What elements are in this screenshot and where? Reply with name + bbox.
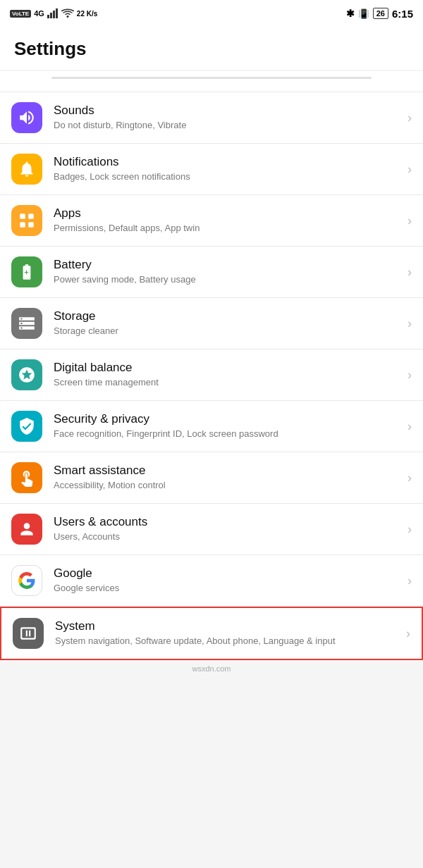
sounds-title: Sounds: [54, 104, 402, 118]
settings-item-users-accounts[interactable]: Users & accounts Users, Accounts ›: [0, 504, 423, 555]
smart-assistance-icon-wrapper: [11, 462, 42, 493]
settings-item-digital-balance[interactable]: Digital balance Screen time management ›: [0, 349, 423, 401]
battery-subtitle: Power saving mode, Battery usage: [54, 273, 402, 286]
notifications-icon-wrapper: [11, 154, 42, 185]
time-display: 6:15: [392, 8, 413, 20]
network-indicator: 4G: [34, 9, 44, 18]
battery-title: Battery: [54, 258, 402, 272]
system-subtitle: System navigation, Software update, Abou…: [55, 635, 400, 647]
storage-icon-wrapper: [11, 308, 42, 339]
settings-item-smart-assistance[interactable]: Smart assistance Accessibility, Motion c…: [0, 452, 423, 504]
battery-chevron: ›: [407, 265, 412, 280]
vibrate-icon: 📳: [358, 8, 369, 19]
settings-item-storage[interactable]: Storage Storage cleaner ›: [0, 298, 423, 349]
wifi-icon: [61, 8, 74, 18]
svg-rect-7: [20, 222, 25, 228]
security-subtitle: Face recognition, Fingerprint ID, Lock s…: [54, 428, 402, 440]
svg-point-4: [66, 16, 68, 18]
network-speed: 22 K/s: [77, 10, 97, 18]
smart-assistance-icon: [18, 469, 36, 487]
system-icon: [19, 624, 37, 643]
sound-icon: [18, 108, 36, 127]
settings-item-security[interactable]: Security & privacy Face recognition, Fin…: [0, 401, 423, 452]
system-text: System System navigation, Software updat…: [55, 619, 400, 647]
volte-indicator: VoLTE: [10, 10, 31, 18]
storage-title: Storage: [54, 309, 402, 323]
page-title: Settings: [14, 38, 409, 60]
battery-indicator: 26: [373, 8, 388, 19]
system-chevron: ›: [406, 626, 410, 641]
users-accounts-subtitle: Users, Accounts: [54, 531, 402, 543]
bluetooth-icon: ✱: [346, 8, 355, 19]
google-subtitle: Google services: [54, 582, 402, 595]
settings-item-google[interactable]: Google Google services ›: [0, 555, 423, 607]
status-right: ✱ 📳 26 6:15: [346, 8, 413, 20]
sounds-icon-wrapper: [11, 102, 42, 133]
notification-icon: [18, 160, 36, 178]
google-text: Google Google services: [54, 566, 402, 595]
sounds-text: Sounds Do not disturb, Ringtone, Vibrate: [54, 104, 402, 132]
sounds-chevron: ›: [407, 111, 412, 125]
google-chevron: ›: [407, 574, 412, 588]
system-title: System: [55, 619, 400, 633]
users-accounts-text: Users & accounts Users, Accounts: [54, 515, 402, 543]
security-icon-wrapper: [11, 411, 42, 442]
google-title: Google: [54, 566, 402, 581]
storage-chevron: ›: [407, 316, 412, 331]
storage-text: Storage Storage cleaner: [54, 309, 402, 337]
signal-icon: [47, 8, 59, 18]
notifications-subtitle: Badges, Lock screen notifications: [54, 170, 402, 183]
page-header: Settings: [0, 25, 423, 70]
digital-balance-subtitle: Screen time management: [54, 376, 402, 389]
storage-icon: [18, 314, 36, 333]
svg-rect-8: [28, 222, 34, 228]
svg-rect-1: [50, 13, 52, 18]
settings-item-notifications[interactable]: Notifications Badges, Lock screen notifi…: [0, 144, 423, 195]
battery-icon: [18, 263, 36, 281]
settings-list: Sounds Do not disturb, Ringtone, Vibrate…: [0, 71, 423, 660]
status-bar: VoLTE 4G 22 K/s ✱ 📳 26 6:15: [0, 0, 423, 25]
battery-icon-wrapper: [11, 256, 42, 287]
settings-item-apps[interactable]: Apps Permissions, Default apps, App twin…: [0, 195, 423, 247]
settings-item-sounds[interactable]: Sounds Do not disturb, Ringtone, Vibrate…: [0, 92, 423, 144]
smart-assistance-chevron: ›: [407, 471, 412, 485]
storage-subtitle: Storage cleaner: [54, 325, 402, 337]
users-icon-wrapper: [11, 514, 42, 545]
sounds-subtitle: Do not disturb, Ringtone, Vibrate: [54, 119, 402, 132]
notifications-chevron: ›: [407, 162, 412, 177]
watermark: wsxdn.com: [0, 660, 423, 677]
svg-rect-6: [28, 213, 34, 219]
smart-assistance-title: Smart assistance: [54, 464, 402, 478]
svg-rect-5: [20, 213, 25, 219]
google-icon: [18, 571, 36, 590]
security-text: Security & privacy Face recognition, Fin…: [54, 412, 402, 440]
system-icon-wrapper: [13, 618, 44, 649]
notifications-title: Notifications: [54, 155, 402, 169]
security-title: Security & privacy: [54, 412, 402, 426]
users-accounts-chevron: ›: [407, 522, 412, 537]
apps-subtitle: Permissions, Default apps, App twin: [54, 222, 402, 235]
apps-icon-wrapper: [11, 205, 42, 236]
settings-item-battery[interactable]: Battery Power saving mode, Battery usage…: [0, 247, 423, 298]
notifications-text: Notifications Badges, Lock screen notifi…: [54, 155, 402, 183]
smart-assistance-subtitle: Accessibility, Motion control: [54, 479, 402, 492]
digital-balance-chevron: ›: [407, 368, 412, 383]
battery-text: Battery Power saving mode, Battery usage: [54, 258, 402, 286]
svg-rect-3: [56, 8, 58, 18]
svg-rect-0: [47, 15, 49, 18]
google-icon-wrapper: [11, 565, 42, 596]
apps-chevron: ›: [407, 213, 412, 228]
digital-balance-title: Digital balance: [54, 361, 402, 375]
users-accounts-title: Users & accounts: [54, 515, 402, 529]
apps-icon: [18, 211, 36, 230]
smart-assistance-text: Smart assistance Accessibility, Motion c…: [54, 464, 402, 492]
status-left: VoLTE 4G 22 K/s: [10, 8, 97, 18]
users-icon: [18, 520, 36, 538]
svg-rect-2: [53, 11, 55, 18]
security-chevron: ›: [407, 419, 412, 434]
settings-item-system[interactable]: System System navigation, Software updat…: [0, 607, 423, 660]
apps-title: Apps: [54, 206, 402, 221]
digital-balance-text: Digital balance Screen time management: [54, 361, 402, 389]
digital-balance-icon: [18, 366, 36, 384]
security-icon: [18, 417, 36, 435]
